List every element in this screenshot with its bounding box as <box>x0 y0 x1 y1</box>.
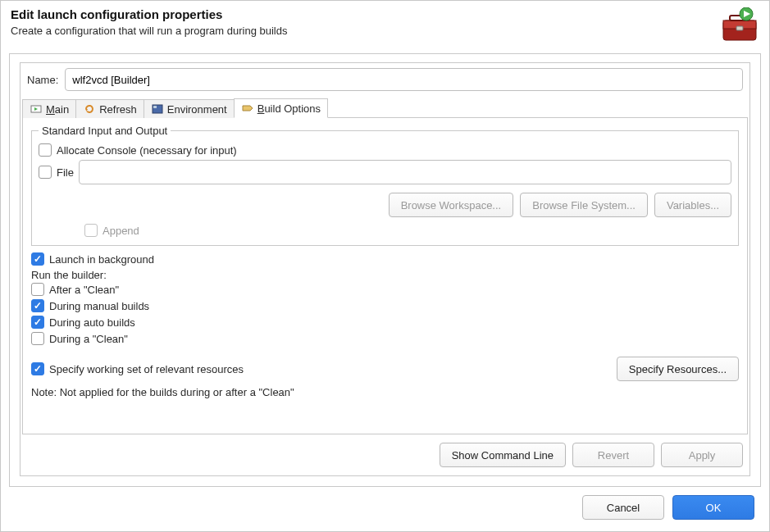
build-options-icon <box>241 102 254 115</box>
dialog-footer: Cancel OK <box>1 487 769 531</box>
specify-ws-label: Specify working set of relevant resource… <box>49 363 244 375</box>
tab-build-options[interactable]: Build Options <box>234 98 328 118</box>
specify-resources-button[interactable]: Specify Resources... <box>617 357 739 381</box>
allocate-console-row[interactable]: Allocate Console (necessary for input) <box>39 142 731 158</box>
tab-refresh[interactable]: Refresh <box>75 99 144 118</box>
svg-rect-10 <box>153 106 157 108</box>
during-auto-label: During auto builds <box>49 316 135 329</box>
variables-button[interactable]: Variables... <box>654 193 731 217</box>
svg-rect-3 <box>736 26 743 30</box>
dialog-subtitle: Create a configuration that will run a p… <box>11 25 287 37</box>
launch-bg-label: Launch in background <box>49 253 154 266</box>
checkbox-icon <box>84 224 98 237</box>
name-row: Name: <box>27 68 743 91</box>
browse-filesystem-button[interactable]: Browse File System... <box>520 193 648 217</box>
checkbox-icon[interactable] <box>39 166 52 179</box>
show-command-line-button[interactable]: Show Command Line <box>440 443 566 467</box>
checkbox-icon <box>31 332 44 345</box>
tab-main[interactable]: Main <box>22 99 76 118</box>
main-panel: Name: Main Refresh <box>9 53 761 487</box>
launch-icon <box>30 102 43 116</box>
revert-button[interactable]: Revert <box>572 443 654 467</box>
after-clean-row[interactable]: After a "Clean" <box>31 281 739 298</box>
run-builder-label: Run the builder: <box>31 269 739 281</box>
file-path-input[interactable] <box>79 160 731 184</box>
environment-icon <box>151 102 164 116</box>
config-panel: Name: Main Refresh <box>20 62 750 476</box>
header-text: Edit launch configuration properties Cre… <box>11 7 287 37</box>
append-label: Append <box>103 225 139 237</box>
checkbox-icon <box>39 143 52 157</box>
file-buttons: Browse Workspace... Browse File System..… <box>39 193 731 217</box>
during-clean-row[interactable]: During a "Clean" <box>31 330 739 347</box>
after-clean-label: After a "Clean" <box>49 284 119 296</box>
checkbox-icon <box>31 299 44 312</box>
note-text: Note: Not applied for the builds during … <box>31 386 739 398</box>
cancel-button[interactable]: Cancel <box>582 495 664 520</box>
dialog-root: Edit launch configuration properties Cre… <box>0 0 770 532</box>
during-clean-label: During a "Clean" <box>49 333 128 345</box>
checkbox-icon <box>31 362 44 375</box>
checkbox-icon <box>31 252 44 266</box>
checkbox-icon <box>31 283 44 296</box>
tab-content-build-options: Standard Input and Output Allocate Conso… <box>22 118 748 434</box>
append-row: Append <box>84 222 731 239</box>
during-manual-row[interactable]: During manual builds <box>31 298 739 314</box>
working-set-row: Specify working set of relevant resource… <box>31 357 739 381</box>
stdio-legend: Standard Input and Output <box>39 125 171 137</box>
refresh-icon <box>83 102 96 116</box>
allocate-console-label: Allocate Console (necessary for input) <box>57 144 237 157</box>
during-manual-label: During manual builds <box>49 300 149 312</box>
tabstrip: Main Refresh Environment <box>22 98 748 118</box>
browse-workspace-button[interactable]: Browse Workspace... <box>389 193 514 217</box>
stdio-group: Standard Input and Output Allocate Conso… <box>31 125 739 246</box>
specify-ws-row[interactable]: Specify working set of relevant resource… <box>31 361 244 377</box>
tab-environment[interactable]: Environment <box>144 99 235 118</box>
dialog-title: Edit launch configuration properties <box>11 7 287 21</box>
name-label: Name: <box>27 74 58 86</box>
during-auto-row[interactable]: During auto builds <box>31 314 739 330</box>
apply-button[interactable]: Apply <box>661 443 743 467</box>
name-input[interactable] <box>65 68 743 91</box>
launch-bg-row[interactable]: Launch in background <box>31 251 739 267</box>
lower-buttons: Show Command Line Revert Apply <box>27 443 743 467</box>
file-row: File <box>39 158 731 186</box>
file-label: File <box>57 166 74 179</box>
dialog-header: Edit launch configuration properties Cre… <box>1 1 769 47</box>
checkbox-icon <box>31 316 44 329</box>
toolbox-play-icon <box>712 7 758 42</box>
ok-button[interactable]: OK <box>672 495 754 520</box>
